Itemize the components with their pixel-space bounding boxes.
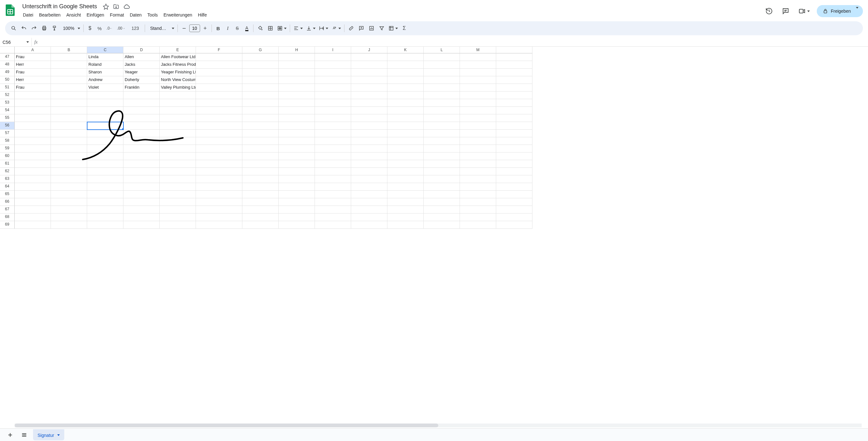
cell-G64[interactable]	[242, 183, 279, 191]
cell-A67[interactable]	[14, 206, 51, 213]
cell-F51[interactable]	[196, 84, 242, 92]
cell[interactable]	[496, 191, 532, 198]
menu-bearbeiten[interactable]: Bearbeiten	[37, 11, 63, 19]
cell-M63[interactable]	[460, 175, 496, 183]
cell-G54[interactable]	[242, 107, 279, 114]
cell-K48[interactable]	[388, 61, 424, 69]
move-icon[interactable]	[113, 3, 119, 10]
cell[interactable]	[496, 76, 532, 84]
cell-M50[interactable]	[460, 76, 496, 84]
cell-M62[interactable]	[460, 168, 496, 175]
cell-H51[interactable]	[279, 84, 315, 92]
horizontal-scrollbar[interactable]	[14, 423, 862, 427]
cell-D65[interactable]	[123, 191, 160, 198]
paint-format-button[interactable]	[50, 24, 59, 33]
sheets-logo[interactable]	[4, 4, 17, 16]
cell-B47[interactable]	[51, 54, 87, 61]
cell-F62[interactable]	[196, 168, 242, 175]
cell-E58[interactable]	[160, 137, 196, 145]
cell-K47[interactable]	[388, 54, 424, 61]
comment-icon[interactable]	[780, 5, 792, 17]
cell-B58[interactable]	[51, 137, 87, 145]
undo-button[interactable]	[19, 24, 29, 33]
cell-L57[interactable]	[424, 130, 460, 137]
cell-I50[interactable]	[315, 76, 351, 84]
cell-K52[interactable]	[388, 92, 424, 99]
cell-B54[interactable]	[51, 107, 87, 114]
cell-J61[interactable]	[351, 160, 388, 168]
row-header-67[interactable]: 67	[0, 206, 14, 213]
cell-C60[interactable]	[87, 152, 123, 160]
cell-M49[interactable]	[460, 69, 496, 76]
cell-A47[interactable]: Frau	[14, 54, 51, 61]
row-header-50[interactable]: 50	[0, 76, 14, 84]
cell-B56[interactable]	[51, 122, 87, 130]
cell-E53[interactable]	[160, 99, 196, 107]
cell-M68[interactable]	[460, 213, 496, 221]
cell-L49[interactable]	[424, 69, 460, 76]
cell-I66[interactable]	[315, 198, 351, 206]
cell-M69[interactable]	[460, 221, 496, 229]
cell-E66[interactable]	[160, 198, 196, 206]
cell-K51[interactable]	[388, 84, 424, 92]
cell-L61[interactable]	[424, 160, 460, 168]
cell-M56[interactable]	[460, 122, 496, 130]
cell-J57[interactable]	[351, 130, 388, 137]
menu-ansicht[interactable]: Ansicht	[64, 11, 83, 19]
cell-J69[interactable]	[351, 221, 388, 229]
font-selector[interactable]: Stand…	[147, 24, 176, 33]
cell-H54[interactable]	[279, 107, 315, 114]
cell-M61[interactable]	[460, 160, 496, 168]
cell[interactable]	[496, 99, 532, 107]
cell-H65[interactable]	[279, 191, 315, 198]
cell-D66[interactable]	[123, 198, 160, 206]
cell-L54[interactable]	[424, 107, 460, 114]
cell-A53[interactable]	[14, 99, 51, 107]
menu-format[interactable]: Format	[107, 11, 127, 19]
cell-H47[interactable]	[279, 54, 315, 61]
cell-I58[interactable]	[315, 137, 351, 145]
cell-D67[interactable]	[123, 206, 160, 213]
cell-E49[interactable]: Yeager Finishing Ltd	[160, 69, 196, 76]
cell-G55[interactable]	[242, 114, 279, 122]
cell-F59[interactable]	[196, 145, 242, 152]
cell-F57[interactable]	[196, 130, 242, 137]
cell-I69[interactable]	[315, 221, 351, 229]
meet-icon[interactable]	[797, 5, 812, 17]
cell-A64[interactable]	[14, 183, 51, 191]
cell-I63[interactable]	[315, 175, 351, 183]
cell-G60[interactable]	[242, 152, 279, 160]
cell-G68[interactable]	[242, 213, 279, 221]
cell-B62[interactable]	[51, 168, 87, 175]
cell-J53[interactable]	[351, 99, 388, 107]
cell-G56[interactable]	[242, 122, 279, 130]
cell-L64[interactable]	[424, 183, 460, 191]
cell-D63[interactable]	[123, 175, 160, 183]
cell-I65[interactable]	[315, 191, 351, 198]
cell-K69[interactable]	[388, 221, 424, 229]
cell-L50[interactable]	[424, 76, 460, 84]
cell-L59[interactable]	[424, 145, 460, 152]
cell-A50[interactable]: Herr	[14, 76, 51, 84]
cell-F54[interactable]	[196, 107, 242, 114]
cell[interactable]	[496, 54, 532, 61]
cell-K55[interactable]	[388, 114, 424, 122]
cell-K67[interactable]	[388, 206, 424, 213]
search-button[interactable]	[9, 24, 19, 33]
cell[interactable]	[496, 122, 532, 130]
cell-B66[interactable]	[51, 198, 87, 206]
filter-button[interactable]	[377, 24, 386, 33]
cell-F48[interactable]	[196, 61, 242, 69]
cell-E52[interactable]	[160, 92, 196, 99]
menu-einfuegen[interactable]: Einfügen	[84, 11, 106, 19]
cell-M58[interactable]	[460, 137, 496, 145]
row-header-48[interactable]: 48	[0, 61, 14, 69]
cell-D62[interactable]	[123, 168, 160, 175]
cell-H63[interactable]	[279, 175, 315, 183]
cell-I60[interactable]	[315, 152, 351, 160]
cell-A60[interactable]	[14, 152, 51, 160]
cell-B68[interactable]	[51, 213, 87, 221]
wrap-button[interactable]	[317, 25, 330, 32]
cell-L66[interactable]	[424, 198, 460, 206]
cell-E47[interactable]: Allen Footwear Ltd	[160, 54, 196, 61]
